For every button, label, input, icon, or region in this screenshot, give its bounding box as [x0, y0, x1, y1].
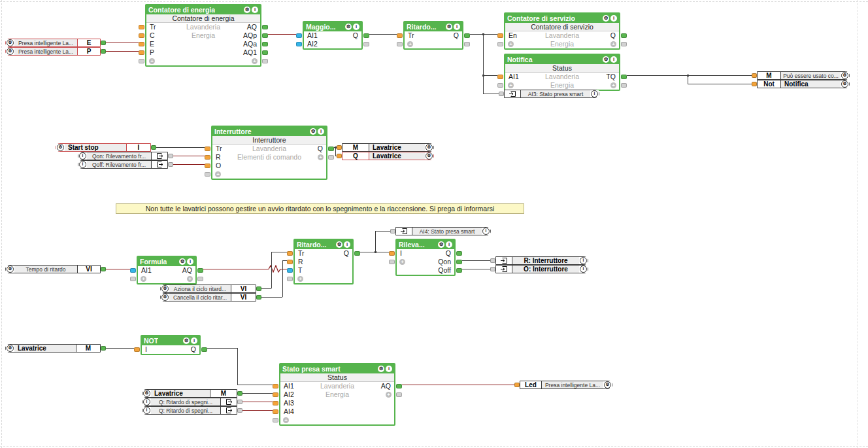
add-output-button[interactable]: + [610, 82, 616, 88]
info-icon[interactable]: i [454, 24, 460, 30]
add-input-button[interactable]: + [407, 41, 413, 47]
add-input-button[interactable]: + [399, 259, 405, 265]
output-connector[interactable] [256, 286, 261, 291]
ref-qoff-rilevamento[interactable]: i Qoff: Rilevamento fr... [78, 160, 168, 169]
add-output-button[interactable]: + [187, 276, 193, 282]
output-not-notifica[interactable]: Not Notifica ⚙ [757, 80, 850, 88]
input-connector[interactable] [389, 251, 395, 256]
input-start-stop[interactable]: ⚙ Start stop I [56, 143, 151, 152]
add-input-button[interactable]: + [283, 417, 289, 423]
block-contatore-di-energia[interactable]: Contatore di energia ⚙i Contatore di ene… [145, 4, 261, 67]
gear-icon[interactable]: ⚙ [603, 56, 609, 63]
info-icon[interactable]: i [142, 407, 151, 414]
input-connector[interactable] [337, 154, 342, 158]
info-icon[interactable]: i [78, 152, 87, 160]
input-connector[interactable] [490, 258, 495, 263]
output-connector[interactable] [262, 33, 268, 38]
add-input-button[interactable]: + [297, 276, 303, 282]
gear-icon[interactable]: ⚙ [6, 48, 14, 55]
output-connector[interactable] [101, 267, 106, 271]
input-connector[interactable] [499, 92, 504, 96]
input-connector[interactable] [205, 155, 210, 160]
output-connector[interactable] [197, 268, 203, 273]
output-connector[interactable] [262, 42, 268, 46]
input-connector[interactable] [497, 33, 503, 38]
input-presa-intelligente-p[interactable]: ⚙ Presa intelligente La... P [5, 47, 101, 56]
input-lavatrice-2[interactable]: ⚙ Lavatrice M [142, 389, 237, 398]
input-connector[interactable] [287, 268, 293, 273]
input-connector[interactable] [514, 383, 520, 387]
input-connector[interactable] [390, 229, 395, 233]
input-tempo-di-ritardo[interactable]: ⚙ Tempo di ritardo VI [5, 265, 101, 273]
block-contatore-di-servizio[interactable]: Contatore di servizio ⚙i Contatore di se… [504, 12, 620, 50]
output-connector[interactable] [396, 384, 402, 388]
info-icon[interactable]: i [78, 161, 87, 168]
info-icon[interactable]: i [187, 258, 193, 265]
input-connector[interactable] [139, 42, 144, 46]
info-icon[interactable]: i [482, 228, 490, 235]
output-connector[interactable] [262, 25, 268, 29]
input-connector[interactable] [287, 260, 293, 264]
gear-icon[interactable]: ⚙ [603, 15, 609, 22]
input-connector[interactable] [134, 347, 140, 352]
input-connector[interactable] [273, 401, 278, 405]
output-connector[interactable] [456, 268, 462, 273]
output-connector[interactable] [621, 33, 627, 38]
output-connector[interactable] [262, 50, 268, 55]
output-connector[interactable] [237, 400, 242, 404]
output-connector[interactable] [101, 49, 106, 54]
input-connector[interactable] [490, 267, 495, 271]
add-output-button[interactable]: + [252, 58, 258, 64]
input-connector[interactable] [139, 33, 144, 38]
input-connector[interactable] [273, 392, 278, 397]
output-connector[interactable] [201, 347, 207, 352]
info-icon[interactable]: i [386, 366, 392, 372]
input-connector[interactable] [205, 164, 210, 168]
output-connector[interactable] [256, 295, 261, 300]
output-connector[interactable] [354, 251, 360, 256]
block-maggiore[interactable]: Maggio... ⚙i AI1Q AI2 [303, 21, 363, 50]
gear-icon[interactable]: ⚙ [438, 241, 444, 248]
input-connector[interactable] [752, 73, 757, 78]
gear-icon[interactable]: ⚙ [183, 337, 190, 344]
ref-q-ritardo-spegnimento-1[interactable]: i Q: Ritardo di spegni... [142, 398, 237, 406]
output-connector[interactable] [168, 162, 173, 167]
output-led-presa-intelligente[interactable]: Led Presa intelligente La... ⚙ [520, 381, 612, 389]
gear-icon[interactable]: ⚙ [161, 294, 169, 301]
output-connector[interactable] [363, 33, 369, 38]
gear-icon[interactable]: ⚙ [179, 258, 186, 265]
input-connector[interactable] [296, 42, 302, 46]
add-input-button[interactable]: + [215, 171, 221, 177]
output-connector[interactable] [101, 346, 106, 351]
input-lavatrice[interactable]: ⚙ Lavatrice M [5, 344, 101, 353]
output-m-lavatrice[interactable]: M Lavatrice ⚙ [342, 143, 434, 152]
add-output-button[interactable]: + [318, 154, 324, 160]
input-connector[interactable] [139, 50, 144, 55]
info-icon[interactable]: i [446, 241, 452, 248]
wiring-canvas[interactable]: Contatore di energia ⚙i Contatore di ene… [0, 0, 868, 448]
gear-icon[interactable]: ⚙ [841, 72, 849, 79]
gear-icon[interactable]: ⚙ [142, 390, 151, 397]
output-connector[interactable] [168, 154, 173, 158]
ref-ai3-stato-presa-smart[interactable]: AI3: Stato presa smart i [504, 90, 599, 98]
block-notifica[interactable]: Notifica ⚙i Status AI1LavanderiaTQ +Ener… [504, 54, 620, 91]
output-connector[interactable] [456, 251, 462, 256]
input-connector[interactable] [287, 251, 293, 256]
input-connector[interactable] [273, 409, 278, 414]
input-connector[interactable] [273, 384, 278, 388]
gear-icon[interactable]: ⚙ [6, 266, 14, 273]
block-rilevamento[interactable]: Rileva... ⚙i IQ +Qon Qoff [395, 239, 456, 276]
input-connector[interactable] [296, 33, 302, 38]
info-icon[interactable]: i [344, 241, 350, 248]
add-input-button[interactable]: + [149, 58, 155, 64]
block-not[interactable]: NOT ⚙i IQ [141, 335, 201, 355]
gear-icon[interactable]: ⚙ [56, 144, 65, 151]
info-icon[interactable]: i [610, 56, 617, 63]
gear-icon[interactable]: ⚙ [345, 24, 352, 30]
info-icon[interactable]: i [353, 24, 359, 30]
gear-icon[interactable]: ⚙ [425, 144, 433, 151]
gear-icon[interactable]: ⚙ [6, 39, 14, 46]
output-connector[interactable] [237, 408, 242, 413]
gear-icon[interactable]: ⚙ [310, 128, 316, 135]
output-connector[interactable] [328, 146, 334, 151]
